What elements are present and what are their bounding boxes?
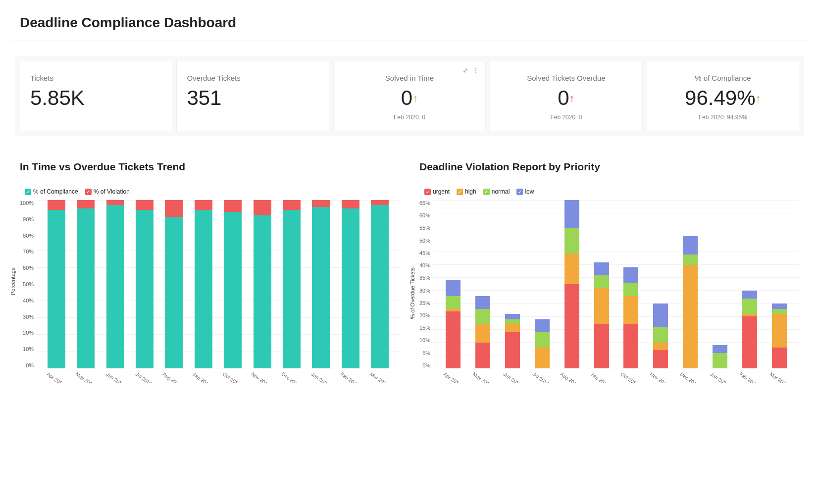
y-tick: 0% [422, 362, 430, 368]
bar[interactable] [505, 200, 520, 368]
bar[interactable] [594, 200, 609, 368]
bar-segment [475, 309, 490, 324]
bar-segment [475, 324, 490, 343]
chart-legend: urgenthighnormallow [419, 188, 799, 195]
bar-segment [594, 324, 609, 368]
y-tick: 35% [419, 275, 430, 281]
divider [419, 183, 799, 183]
bar-segment [594, 288, 609, 324]
bar[interactable] [535, 200, 550, 368]
legend-item[interactable]: low [516, 188, 534, 195]
bar-segment [653, 343, 668, 351]
x-tick: Jan 2020 [310, 371, 330, 383]
bar-segment [683, 254, 698, 265]
bar-segment [742, 316, 757, 368]
bar[interactable] [713, 200, 727, 368]
bar-segment [136, 200, 154, 210]
y-axis: 65%60%55%50%45%40%35%30%25%20%15%10%5%0% [419, 200, 433, 368]
divider [20, 183, 400, 183]
bar[interactable] [475, 200, 490, 368]
bar-segment [772, 309, 787, 314]
bar[interactable] [623, 200, 638, 368]
bar-segment [283, 200, 301, 210]
legend-item[interactable]: % of Compliance [25, 188, 78, 195]
y-tick: 100% [20, 200, 34, 206]
card-label: Solved Tickets Overdue [500, 74, 632, 82]
legend-swatch [483, 189, 490, 195]
bar-segment [683, 265, 698, 368]
charts-row: In Time vs Overdue Tickets Trend % of Co… [0, 136, 819, 383]
legend-swatch [85, 189, 92, 195]
bar-segment [446, 280, 461, 296]
bar-segment [136, 210, 154, 368]
x-tick: Jul 2019 [532, 371, 550, 383]
bar[interactable] [683, 200, 698, 368]
card-label: Solved in Time [344, 74, 475, 82]
expand-icon[interactable]: ⤢ [462, 66, 468, 74]
card-number: 96.49% [685, 86, 755, 109]
bar[interactable] [136, 200, 154, 368]
bar-segment [623, 283, 638, 296]
bar[interactable] [446, 200, 461, 368]
bar-segment [594, 262, 609, 275]
x-tick: May 2019 [75, 371, 96, 383]
chart-title: Deadline Violation Report by Priority [419, 161, 799, 173]
bar[interactable] [77, 200, 95, 368]
card-subtext: Feb 2020: 0 [500, 114, 632, 121]
legend-label: urgent [433, 188, 450, 195]
y-tick: 30% [419, 288, 430, 294]
bar[interactable] [283, 200, 301, 368]
y-tick: 0% [26, 362, 34, 368]
bar-segment [195, 200, 212, 210]
bar[interactable] [312, 200, 330, 368]
y-tick: 60% [419, 212, 430, 218]
chart-plot[interactable] [37, 200, 400, 368]
bar[interactable] [342, 200, 359, 368]
bar[interactable] [371, 200, 389, 368]
legend-item[interactable]: normal [483, 188, 510, 195]
card-value: 351 [187, 86, 318, 110]
more-icon[interactable]: ⋮ [472, 66, 479, 74]
bar-segment [772, 314, 787, 348]
page-title: Deadline Compliance Dashboard [0, 0, 819, 41]
bar-segment [342, 208, 359, 368]
bar[interactable] [653, 200, 668, 368]
card-label: Tickets [30, 74, 162, 82]
legend-label: high [465, 188, 476, 195]
y-tick: 25% [419, 300, 430, 306]
bar-segment [564, 200, 579, 228]
arrow-up-icon: ↑ [412, 92, 418, 104]
bar-segment [195, 210, 212, 368]
bar-segment [224, 212, 242, 368]
bar[interactable] [742, 200, 757, 368]
bar[interactable] [195, 200, 212, 368]
bar-segment [77, 200, 95, 208]
card-number: 0 [558, 86, 569, 109]
x-tick: Sep 2019 [192, 371, 212, 383]
bar-segment [165, 217, 183, 368]
chart-plot[interactable] [433, 200, 799, 368]
legend-item[interactable]: high [457, 188, 476, 195]
bar-segment [371, 205, 389, 368]
legend-swatch [25, 189, 31, 195]
bar[interactable] [254, 200, 271, 368]
card-number: 0 [401, 86, 412, 109]
bar[interactable] [106, 200, 124, 368]
bar-segment [564, 228, 579, 254]
bar[interactable] [165, 200, 183, 368]
bar-segment [653, 303, 668, 327]
bar-segment [713, 353, 727, 368]
bar[interactable] [48, 200, 65, 368]
y-tick: 10% [419, 337, 430, 343]
y-axis: 100%90%80%70%60%50%40%30%20%10%0% [20, 200, 37, 368]
bar-segment [535, 348, 550, 368]
legend-item[interactable]: % of Violation [85, 188, 130, 195]
x-tick: Oct 2019 [620, 371, 640, 383]
legend-item[interactable]: urgent [424, 188, 450, 195]
bar[interactable] [772, 200, 787, 368]
bar[interactable] [564, 200, 579, 368]
bar-segment [342, 200, 359, 208]
legend-label: normal [492, 188, 510, 195]
bar[interactable] [224, 200, 242, 368]
y-tick: 40% [23, 298, 34, 303]
